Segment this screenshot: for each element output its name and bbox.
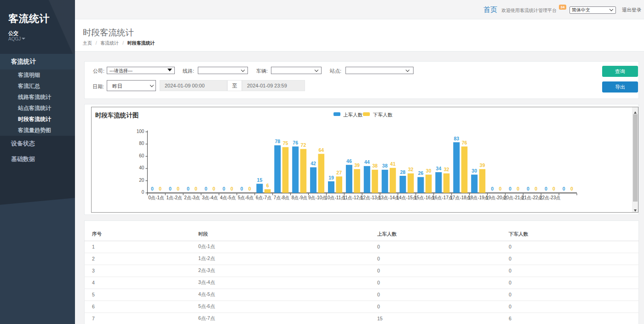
svg-text:0: 0 — [552, 186, 555, 191]
svg-text:32: 32 — [444, 167, 449, 172]
svg-text:0: 0 — [248, 186, 251, 191]
svg-text:44: 44 — [364, 159, 370, 165]
svg-text:0: 0 — [499, 186, 501, 191]
svg-text:1点-2点: 1点-2点 — [167, 195, 182, 200]
svg-text:60: 60 — [139, 153, 144, 158]
svg-text:9点-10点: 9点-10点 — [308, 195, 327, 200]
svg-text:0: 0 — [213, 186, 215, 191]
svg-text:0: 0 — [205, 186, 207, 191]
svg-text:2点-3点: 2点-3点 — [184, 195, 200, 200]
svg-text:0: 0 — [570, 186, 573, 191]
svg-text:0: 0 — [545, 186, 547, 191]
svg-text:22点-23点: 22点-23点 — [540, 195, 561, 200]
svg-text:30: 30 — [472, 168, 477, 174]
svg-text:0: 0 — [223, 186, 225, 191]
svg-text:7点-8点: 7点-8点 — [274, 195, 289, 200]
svg-text:27: 27 — [336, 170, 342, 175]
svg-text:39: 39 — [354, 162, 360, 168]
svg-text:0: 0 — [187, 186, 190, 191]
svg-text:41: 41 — [390, 161, 396, 167]
svg-text:64: 64 — [318, 147, 324, 153]
svg-text:0: 0 — [517, 186, 519, 191]
svg-text:80: 80 — [139, 141, 144, 146]
svg-text:0: 0 — [177, 186, 179, 191]
svg-text:78: 78 — [275, 139, 280, 144]
svg-text:38: 38 — [382, 163, 388, 168]
svg-text:28: 28 — [400, 169, 406, 175]
svg-text:42: 42 — [310, 161, 316, 166]
svg-text:0: 0 — [195, 186, 197, 191]
svg-text:0: 0 — [509, 186, 512, 191]
svg-text:46: 46 — [346, 158, 352, 164]
svg-text:76: 76 — [462, 140, 467, 145]
svg-text:0: 0 — [159, 186, 161, 191]
svg-text:32: 32 — [408, 167, 414, 172]
svg-text:19: 19 — [328, 175, 334, 180]
svg-text:0: 0 — [563, 186, 565, 191]
svg-text:76: 76 — [293, 140, 298, 145]
svg-text:8点-9点: 8点-9点 — [292, 195, 307, 200]
svg-text:5点-6点: 5点-6点 — [238, 195, 253, 200]
svg-text:0: 0 — [535, 186, 537, 191]
svg-text:0: 0 — [241, 186, 243, 191]
svg-text:4点-5点: 4点-5点 — [220, 195, 236, 200]
svg-text:0: 0 — [142, 190, 144, 195]
svg-text:0: 0 — [491, 186, 494, 191]
svg-text:20: 20 — [139, 178, 144, 183]
svg-text:83: 83 — [454, 136, 459, 141]
svg-text:30: 30 — [426, 168, 431, 174]
svg-text:75: 75 — [283, 140, 288, 146]
svg-text:72: 72 — [301, 142, 306, 148]
svg-text:6点-7点: 6点-7点 — [256, 195, 271, 200]
svg-text:26: 26 — [418, 170, 424, 176]
svg-text:0: 0 — [230, 186, 233, 191]
svg-text:0点-1点: 0点-1点 — [149, 195, 164, 200]
svg-text:0: 0 — [169, 186, 172, 191]
svg-text:0: 0 — [527, 186, 529, 191]
svg-text:100: 100 — [137, 129, 144, 134]
svg-text:40: 40 — [139, 165, 144, 170]
svg-text:0: 0 — [151, 186, 154, 191]
svg-text:6: 6 — [266, 183, 269, 188]
svg-text:34: 34 — [436, 166, 442, 171]
svg-text:15: 15 — [257, 177, 263, 183]
svg-text:3点-4点: 3点-4点 — [202, 195, 218, 200]
svg-text:39: 39 — [480, 162, 485, 168]
svg-text:38: 38 — [372, 163, 378, 168]
